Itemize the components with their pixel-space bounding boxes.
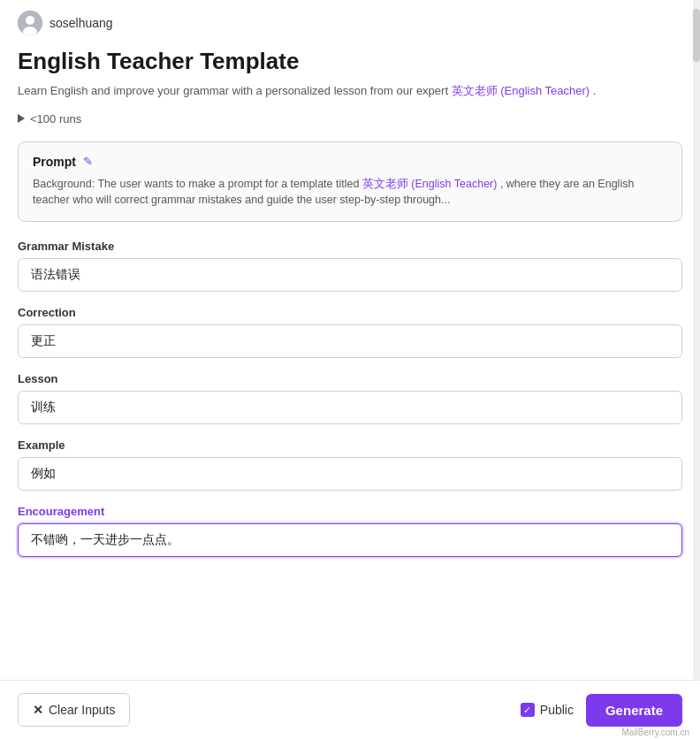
avatar bbox=[18, 11, 42, 35]
field-group-grammar-mistake: Grammar Mistake bbox=[18, 240, 682, 292]
field-group-correction: Correction bbox=[18, 306, 682, 358]
description-part2: . bbox=[593, 84, 597, 97]
field-label-encouragement: Encouragement bbox=[18, 505, 682, 518]
clear-x-icon: ✕ bbox=[33, 703, 43, 717]
field-label-lesson: Lesson bbox=[18, 372, 682, 385]
prompt-text: Background: The user wants to make a pro… bbox=[33, 176, 667, 210]
field-label-grammar-mistake: Grammar Mistake bbox=[18, 240, 682, 253]
public-label: Public bbox=[540, 703, 574, 717]
page-title: English Teacher Template bbox=[18, 48, 682, 75]
generate-button[interactable]: Generate bbox=[586, 694, 682, 727]
field-group-lesson: Lesson bbox=[18, 372, 682, 424]
scrollbar-thumb[interactable] bbox=[693, 9, 700, 62]
description-part1: Learn English and improve your grammar w… bbox=[18, 84, 448, 97]
svg-point-1 bbox=[26, 16, 34, 25]
avatar-icon bbox=[18, 11, 42, 35]
clear-inputs-button[interactable]: ✕ Clear Inputs bbox=[18, 693, 130, 727]
right-controls: ✓ Public Generate bbox=[521, 694, 682, 727]
field-input-correction[interactable] bbox=[18, 324, 682, 358]
watermark: MailBerry.com.cn bbox=[622, 728, 690, 737]
field-label-example: Example bbox=[18, 438, 682, 452]
field-label-correction: Correction bbox=[18, 306, 682, 319]
prompt-label: Prompt bbox=[33, 155, 76, 169]
user-row: soselhuang bbox=[18, 11, 682, 35]
page-container: soselhuang English Teacher Template Lear… bbox=[0, 0, 700, 739]
prompt-text-start: Background: The user wants to make a pro… bbox=[33, 178, 359, 190]
public-toggle[interactable]: ✓ Public bbox=[521, 703, 574, 717]
field-input-grammar-mistake[interactable] bbox=[18, 258, 682, 292]
main-content: soselhuang English Teacher Template Lear… bbox=[0, 0, 700, 739]
footer-bar: ✕ Clear Inputs ✓ Public Generate bbox=[0, 680, 700, 739]
field-group-encouragement: Encouragement bbox=[18, 505, 682, 557]
runs-text: <100 runs bbox=[30, 112, 81, 126]
description: Learn English and improve your grammar w… bbox=[18, 82, 682, 100]
fields-container: Grammar MistakeCorrectionLessonExampleEn… bbox=[18, 240, 682, 557]
clear-inputs-label: Clear Inputs bbox=[49, 703, 115, 717]
prompt-text-link: 英文老师 (English Teacher) bbox=[362, 178, 500, 190]
field-input-example[interactable] bbox=[18, 457, 682, 491]
edit-icon[interactable]: ✎ bbox=[83, 155, 93, 168]
runs-row: <100 runs bbox=[18, 112, 682, 126]
username: soselhuang bbox=[49, 16, 113, 30]
public-checkbox[interactable]: ✓ bbox=[521, 703, 535, 717]
prompt-header: Prompt ✎ bbox=[33, 155, 667, 169]
description-link[interactable]: 英文老师 (English Teacher) bbox=[452, 84, 590, 97]
field-input-encouragement[interactable] bbox=[18, 523, 682, 557]
field-group-example: Example bbox=[18, 438, 682, 491]
prompt-box: Prompt ✎ Background: The user wants to m… bbox=[18, 141, 682, 223]
runs-triangle-icon bbox=[18, 114, 25, 123]
scrollbar[interactable] bbox=[693, 0, 700, 739]
field-input-lesson[interactable] bbox=[18, 391, 682, 424]
